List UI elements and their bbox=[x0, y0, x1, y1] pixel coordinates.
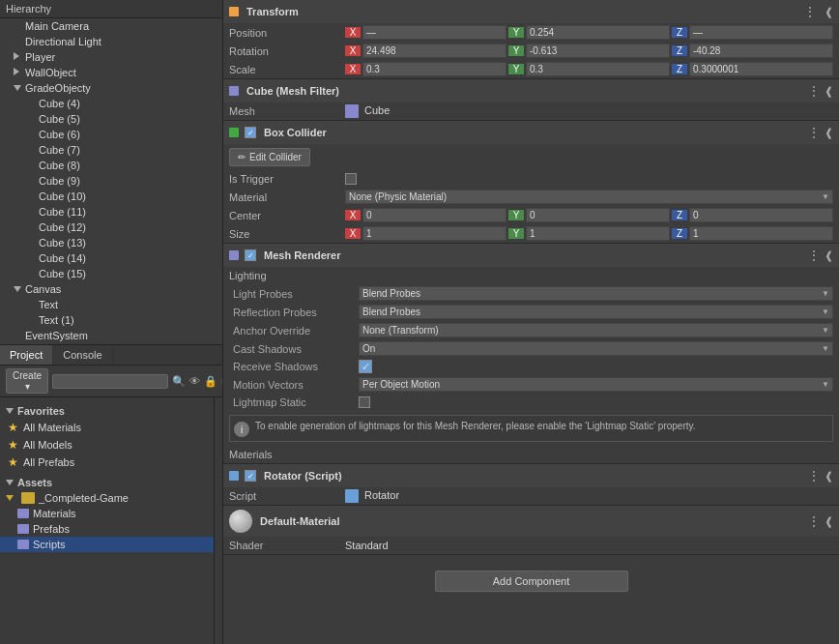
sidebar-all-models[interactable]: ★ All Models bbox=[0, 436, 214, 454]
anchor-override-select[interactable]: None (Transform) ▼ bbox=[359, 323, 833, 337]
sidebar-scripts[interactable]: Scripts bbox=[0, 537, 214, 552]
mesh-renderer-expand-icon[interactable]: ❰ bbox=[825, 249, 833, 262]
sidebar-prefabs[interactable]: Prefabs bbox=[0, 521, 214, 537]
transform-settings-icon[interactable]: ⋮ bbox=[803, 4, 817, 19]
hierarchy-item-directional-light[interactable]: Directional Light bbox=[0, 34, 222, 49]
transform-header[interactable]: Transform ⋮ ❰ bbox=[223, 0, 839, 23]
motion-vectors-label: Motion Vectors bbox=[233, 379, 359, 391]
box-collider-enable-checkbox[interactable]: ✓ bbox=[245, 127, 256, 138]
mesh-filter-header[interactable]: Cube (Mesh Filter) ⋮ ❰ bbox=[223, 79, 839, 102]
reflection-probes-select[interactable]: Blend Probes ▼ bbox=[359, 305, 833, 319]
completed-game-label: _Completed-Game bbox=[39, 492, 129, 504]
sidebar-all-materials[interactable]: ★ All Materials bbox=[0, 419, 214, 436]
mesh-renderer-enable-checkbox[interactable]: ✓ bbox=[245, 249, 256, 261]
receive-shadows-checkbox[interactable]: ✓ bbox=[359, 360, 372, 373]
hierarchy-item-cube10[interactable]: Cube (10) bbox=[0, 189, 222, 204]
hierarchy-item-cube5[interactable]: Cube (5) bbox=[0, 111, 222, 127]
hierarchy-item-cube14[interactable]: Cube (14) bbox=[0, 250, 222, 266]
hierarchy-item-wallobject[interactable]: WallObject bbox=[0, 65, 222, 80]
cast-shadows-select[interactable]: On ▼ bbox=[359, 341, 833, 356]
favorites-header[interactable]: Favorites bbox=[0, 403, 214, 419]
center-x-input[interactable] bbox=[362, 208, 506, 222]
rotator-settings-icon[interactable]: ⋮ bbox=[807, 468, 821, 483]
folder-icon bbox=[17, 524, 29, 534]
arrow-placeholder bbox=[14, 21, 25, 31]
position-x-input[interactable] bbox=[362, 25, 506, 40]
hierarchy-item-cube7[interactable]: Cube (7) bbox=[0, 142, 222, 158]
box-collider-header[interactable]: ✓ Box Collider ⋮ ❰ bbox=[223, 121, 839, 144]
hierarchy-item-cube6[interactable]: Cube (6) bbox=[0, 127, 222, 142]
hierarchy-item-text1[interactable]: Text (1) bbox=[0, 312, 222, 328]
anchor-override-label: Anchor Override bbox=[233, 325, 359, 337]
scale-x-input[interactable] bbox=[362, 62, 506, 76]
hierarchy-item-player[interactable]: Player bbox=[0, 49, 222, 65]
search-input[interactable] bbox=[52, 374, 168, 389]
transform-expand-icon[interactable]: ❰ bbox=[825, 6, 833, 18]
scale-y-input[interactable] bbox=[526, 62, 670, 76]
is-trigger-checkbox[interactable] bbox=[345, 173, 357, 185]
center-y-input[interactable] bbox=[526, 208, 670, 222]
sidebar-completed-game[interactable]: _Completed-Game bbox=[0, 490, 214, 506]
arrow-placeholder bbox=[27, 222, 39, 232]
scale-z-input[interactable] bbox=[689, 62, 833, 76]
hierarchy-item-canvas[interactable]: Canvas bbox=[0, 281, 222, 297]
size-x-input[interactable] bbox=[362, 226, 506, 241]
center-z-input[interactable] bbox=[689, 208, 833, 222]
rotator-enable-checkbox[interactable]: ✓ bbox=[245, 470, 256, 482]
y-axis-label: Y bbox=[508, 64, 524, 74]
motion-vectors-select[interactable]: Per Object Motion ▼ bbox=[359, 377, 833, 392]
material-header[interactable]: Default-Material ⋮ ❰ bbox=[223, 506, 839, 537]
hierarchy-item-gradeobjecty[interactable]: GradeObjecty bbox=[0, 80, 222, 96]
material-value[interactable]: None (Physic Material) ▼ bbox=[345, 190, 833, 204]
material-settings-icon[interactable]: ⋮ bbox=[807, 513, 821, 529]
hierarchy-item-main-camera[interactable]: Main Camera bbox=[0, 18, 222, 34]
tab-project[interactable]: Project bbox=[0, 345, 53, 365]
add-component-container: Add Component bbox=[223, 555, 839, 607]
size-z-input[interactable] bbox=[689, 226, 833, 241]
hierarchy-item-eventsystem[interactable]: EventSystem bbox=[0, 328, 222, 343]
mesh-filter-settings-icon[interactable]: ⋮ bbox=[807, 83, 821, 99]
hierarchy-item-cube12[interactable]: Cube (12) bbox=[0, 220, 222, 235]
transform-icon bbox=[229, 7, 239, 16]
material-expand-icon[interactable]: ❰ bbox=[825, 515, 833, 528]
hierarchy-item-cube11[interactable]: Cube (11) bbox=[0, 204, 222, 220]
sidebar-all-prefabs[interactable]: ★ All Prefabs bbox=[0, 454, 214, 471]
hierarchy-item-cube13[interactable]: Cube (13) bbox=[0, 235, 222, 250]
position-z-input[interactable] bbox=[689, 25, 833, 40]
size-y-input[interactable] bbox=[526, 226, 670, 241]
arrow-down-icon bbox=[6, 478, 17, 487]
hierarchy-item-cube15[interactable]: Cube (15) bbox=[0, 266, 222, 281]
light-probes-select[interactable]: Blend Probes ▼ bbox=[359, 286, 833, 301]
arrow-placeholder bbox=[14, 37, 25, 46]
hierarchy-item-cube9[interactable]: Cube (9) bbox=[0, 173, 222, 189]
shader-value: Standard bbox=[345, 540, 833, 551]
hierarchy-item-text[interactable]: Text bbox=[0, 297, 222, 312]
mesh-renderer-header[interactable]: ✓ Mesh Renderer ⋮ ❰ bbox=[223, 244, 839, 267]
search-icon[interactable]: 🔍 bbox=[172, 375, 186, 388]
rotation-x-input[interactable] bbox=[362, 44, 506, 58]
mesh-filter-expand-icon[interactable]: ❰ bbox=[825, 85, 833, 98]
assets-header[interactable]: Assets bbox=[0, 475, 214, 490]
position-y-input[interactable] bbox=[526, 25, 670, 40]
mesh-renderer-settings-icon[interactable]: ⋮ bbox=[807, 248, 821, 263]
rotation-y-input[interactable] bbox=[526, 44, 670, 58]
box-collider-expand-icon[interactable]: ❰ bbox=[825, 127, 833, 139]
create-button[interactable]: Create ▾ bbox=[6, 368, 48, 394]
rotator-header[interactable]: ✓ Rotator (Script) ⋮ ❰ bbox=[223, 464, 839, 487]
eye-icon[interactable]: 👁 bbox=[189, 375, 200, 388]
position-label: Position bbox=[229, 27, 345, 39]
add-component-button[interactable]: Add Component bbox=[435, 571, 628, 592]
hierarchy-item-cube8[interactable]: Cube (8) bbox=[0, 158, 222, 173]
shader-value-text: Standard bbox=[345, 540, 389, 551]
lightmap-static-checkbox[interactable] bbox=[359, 396, 370, 408]
box-collider-settings-icon[interactable]: ⋮ bbox=[807, 125, 821, 140]
rotator-expand-icon[interactable]: ❰ bbox=[825, 470, 833, 483]
rotation-z-input[interactable] bbox=[689, 44, 833, 58]
lock-icon[interactable]: 🔒 bbox=[204, 375, 217, 388]
hierarchy-item-cube4[interactable]: Cube (4) bbox=[0, 96, 222, 111]
material-select[interactable]: None (Physic Material) ▼ bbox=[345, 190, 833, 204]
tab-console[interactable]: Console bbox=[53, 345, 112, 365]
is-trigger-label: Is Trigger bbox=[229, 173, 345, 185]
edit-collider-button[interactable]: ✏ Edit Collider bbox=[229, 148, 310, 166]
sidebar-materials[interactable]: Materials bbox=[0, 506, 214, 521]
